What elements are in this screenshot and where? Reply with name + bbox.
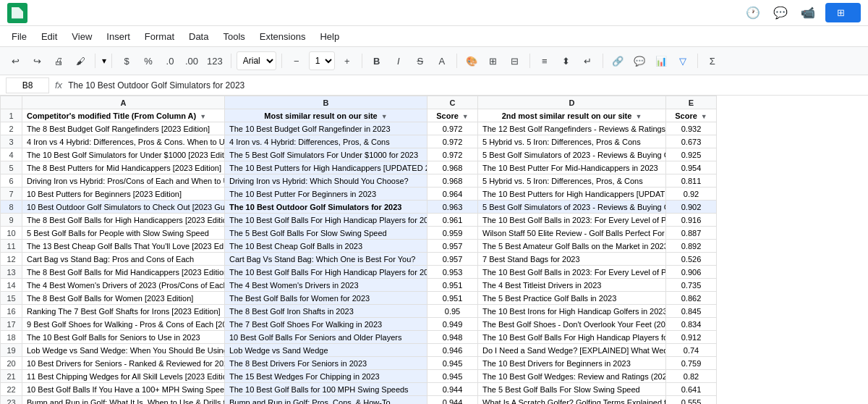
cell-a14[interactable]: The 4 Best Women's Drivers of 2023 (Pros… <box>22 279 225 292</box>
cell-c5[interactable]: 0.968 <box>427 161 478 174</box>
cell-e3[interactable]: 0.673 <box>666 135 717 148</box>
cell-e22[interactable]: 0.641 <box>666 383 717 396</box>
cell-b18[interactable]: 10 Best Golf Balls For Seniors and Older… <box>225 331 427 344</box>
cell-e18[interactable]: 0.912 <box>666 331 717 344</box>
cell-a7[interactable]: 10 Best Putters for Beginners [2023 Edit… <box>22 188 225 201</box>
menu-insert[interactable]: Insert <box>101 29 136 44</box>
cell-b5[interactable]: The 10 Best Putters for High Handicapper… <box>225 161 427 174</box>
cell-a20[interactable]: 10 Best Drivers for Seniors - Ranked & R… <box>22 357 225 370</box>
currency-button[interactable]: $ <box>117 51 136 70</box>
col-header-b[interactable]: B <box>225 96 427 109</box>
cell-b3[interactable]: 4 Iron vs. 4 Hybrid: Differences, Pros, … <box>225 135 427 148</box>
meet-icon[interactable]: 📹 <box>798 3 818 23</box>
menu-extensions[interactable]: Extensions <box>254 29 312 44</box>
cell-d6[interactable]: 5 Hybrid vs. 5 Iron: Differences, Pros, … <box>478 174 666 188</box>
cell-b6[interactable]: Driving Iron vs Hybrid: Which Should You… <box>225 174 427 188</box>
menu-view[interactable]: View <box>66 29 98 44</box>
cell-e17[interactable]: 0.834 <box>666 318 717 331</box>
cell-e20[interactable]: 0.759 <box>666 357 717 370</box>
cell-c15[interactable]: 0.951 <box>427 292 478 305</box>
cell-e12[interactable]: 0.526 <box>666 253 717 266</box>
cell-a21[interactable]: 11 Best Chipping Wedges for All Skill Le… <box>22 370 225 383</box>
cell-a10[interactable]: 5 Best Golf Balls for People with Slow S… <box>22 227 225 240</box>
cell-b17[interactable]: The 7 Best Golf Shoes For Walking in 202… <box>225 318 427 331</box>
cell-a15[interactable]: The 8 Best Golf Balls for Women [2023 Ed… <box>22 292 225 305</box>
cell-b16[interactable]: The 8 Best Golf Iron Shafts in 2023 <box>225 305 427 318</box>
comment-add-button[interactable]: 💬 <box>630 51 649 70</box>
cell-d9[interactable]: The 10 Best Golf Balls in 2023: For Ever… <box>478 214 666 227</box>
col-header-a[interactable]: A <box>22 96 225 109</box>
share-button[interactable]: ⊞ <box>825 3 861 22</box>
cell-c20[interactable]: 0.945 <box>427 357 478 370</box>
paint-format-button[interactable]: 🖌 <box>71 51 90 70</box>
cell-d5[interactable]: The 10 Best Putter For Mid-Handicappers … <box>478 161 666 174</box>
bold-button[interactable]: B <box>367 51 386 70</box>
cell-a8[interactable]: 10 Best Outdoor Golf Simulators to Check… <box>22 201 225 214</box>
cell-d16[interactable]: The 10 Best Irons for High Handicap Golf… <box>478 305 666 318</box>
cell-d20[interactable]: The 10 Best Drivers for Beginners in 202… <box>478 357 666 370</box>
sheet-container[interactable]: A B C D E 1 Competitor's modified Title … <box>0 96 868 404</box>
cell-e8[interactable]: 0.902 <box>666 201 717 214</box>
link-button[interactable]: 🔗 <box>608 51 627 70</box>
menu-tools[interactable]: Tools <box>217 29 250 44</box>
cell-b11[interactable]: The 10 Best Cheap Golf Balls in 2023 <box>225 240 427 253</box>
cell-b14[interactable]: The 4 Best Women's Drivers in 2023 <box>225 279 427 292</box>
col-header-e[interactable]: E <box>666 96 717 109</box>
cell-d18[interactable]: The 10 Best Golf Balls For High Handicap… <box>478 331 666 344</box>
filter-button[interactable]: ▽ <box>673 51 692 70</box>
increase-decimal-button[interactable]: .00 <box>182 51 201 70</box>
cell-a17[interactable]: 9 Best Golf Shoes for Walking - Pros & C… <box>22 318 225 331</box>
zoom-control[interactable]: ▾ <box>101 56 106 66</box>
cell-b13[interactable]: The 10 Best Golf Balls For High Handicap… <box>225 266 427 279</box>
cell-e23[interactable]: 0.555 <box>666 396 717 405</box>
chart-button[interactable]: 📊 <box>652 51 671 70</box>
cell-e7[interactable]: 0.92 <box>666 188 717 201</box>
cell-e11[interactable]: 0.892 <box>666 240 717 253</box>
cell-c12[interactable]: 0.957 <box>427 253 478 266</box>
cell-e15[interactable]: 0.862 <box>666 292 717 305</box>
cell-a2[interactable]: The 8 Best Budget Golf Rangefinders [202… <box>22 122 225 135</box>
cell-c11[interactable]: 0.957 <box>427 240 478 253</box>
cell-b4[interactable]: The 5 Best Golf Simulators For Under $10… <box>225 148 427 161</box>
functions-button[interactable]: Σ <box>703 51 722 70</box>
borders-button[interactable]: ⊞ <box>484 51 503 70</box>
cell-b7[interactable]: The 10 Best Putter For Beginners in 2023 <box>225 188 427 201</box>
cell-d17[interactable]: The Best Golf Shoes - Don't Overlook You… <box>478 318 666 331</box>
sort-icon-e[interactable]: ▼ <box>701 113 707 120</box>
cell-d8[interactable]: 5 Best Golf Simulators of 2023 - Reviews… <box>478 201 666 214</box>
cell-a11[interactable]: The 13 Best Cheap Golf Balls That You'll… <box>22 240 225 253</box>
cell-e5[interactable]: 0.954 <box>666 161 717 174</box>
font-select[interactable]: Arial <box>237 51 276 70</box>
cell-c6[interactable]: 0.968 <box>427 174 478 188</box>
cell-d7[interactable]: The 10 Best Putters for High Handicapper… <box>478 188 666 201</box>
comment-icon[interactable]: 💬 <box>770 3 791 23</box>
cell-d21[interactable]: The 10 Best Golf Wedges: Review and Rati… <box>478 370 666 383</box>
cell-b23[interactable]: Bump and Run in Golf: Pros, Cons, & How-… <box>225 396 427 405</box>
cell-a3[interactable]: 4 Iron vs 4 Hybrid: Differences, Pros & … <box>22 135 225 148</box>
format-123-button[interactable]: 123 <box>204 51 226 70</box>
cell-c7[interactable]: 0.964 <box>427 188 478 201</box>
menu-data[interactable]: Data <box>183 29 214 44</box>
cell-b20[interactable]: The 8 Best Drivers For Seniors in 2023 <box>225 357 427 370</box>
cell-c19[interactable]: 0.946 <box>427 344 478 357</box>
cell-d2[interactable]: The 12 Best Golf Rangefinders - Reviews … <box>478 122 666 135</box>
menu-edit[interactable]: Edit <box>35 29 63 44</box>
menu-file[interactable]: File <box>6 29 33 44</box>
cell-b2[interactable]: The 10 Best Budget Golf Rangefinder in 2… <box>225 122 427 135</box>
cell-c22[interactable]: 0.944 <box>427 383 478 396</box>
cell-d15[interactable]: The 5 Best Practice Golf Balls in 2023 <box>478 292 666 305</box>
decrease-decimal-button[interactable]: .0 <box>161 51 179 70</box>
cell-b12[interactable]: Cart Bag Vs Stand Bag: Which One is Best… <box>225 253 427 266</box>
cell-c14[interactable]: 0.951 <box>427 279 478 292</box>
cell-c8[interactable]: 0.963 <box>427 201 478 214</box>
cell-c21[interactable]: 0.945 <box>427 370 478 383</box>
cell-e13[interactable]: 0.906 <box>666 266 717 279</box>
strikethrough-button[interactable]: S <box>411 51 430 70</box>
fill-color-button[interactable]: 🎨 <box>462 51 481 70</box>
cell-d13[interactable]: The 10 Best Golf Balls in 2023: For Ever… <box>478 266 666 279</box>
cell-e4[interactable]: 0.925 <box>666 148 717 161</box>
cell-d22[interactable]: The 5 Best Golf Balls For Slow Swing Spe… <box>478 383 666 396</box>
cell-c3[interactable]: 0.972 <box>427 135 478 148</box>
valign-button[interactable]: ⬍ <box>557 51 576 70</box>
percent-button[interactable]: % <box>139 51 158 70</box>
